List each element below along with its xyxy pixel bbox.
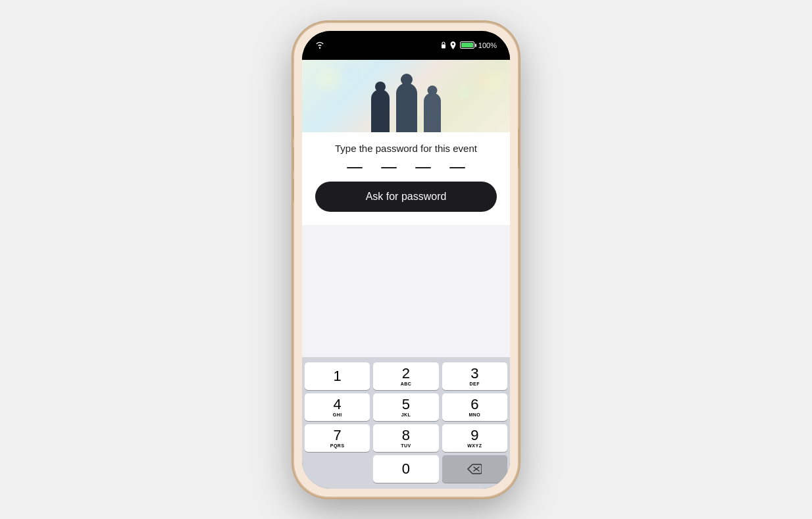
key-3[interactable]: 3 DEF bbox=[442, 362, 507, 390]
password-dash-4 bbox=[449, 167, 465, 168]
key-5[interactable]: 5 JKL bbox=[373, 393, 438, 421]
key-empty bbox=[305, 455, 370, 483]
svg-rect-0 bbox=[442, 45, 445, 49]
phone-screen: 100% Type the password for this even bbox=[302, 31, 510, 489]
password-section: Type the password for this event Ask for… bbox=[302, 132, 510, 225]
password-dash-3 bbox=[415, 167, 431, 168]
keyboard-row-4: 0 bbox=[305, 455, 507, 483]
keyboard-row-1: 1 2 ABC 3 DEF bbox=[305, 362, 507, 390]
key-6[interactable]: 6 MNO bbox=[442, 393, 507, 421]
password-dash-2 bbox=[381, 167, 397, 168]
person-silhouette-2 bbox=[396, 83, 417, 132]
status-bar: 100% bbox=[302, 31, 510, 60]
phone-device: 100% Type the password for this even bbox=[294, 23, 518, 497]
password-dash-1 bbox=[347, 167, 363, 168]
empty-space bbox=[302, 225, 510, 357]
ask-password-button[interactable]: Ask for password bbox=[315, 182, 497, 212]
status-bar-right: 100% bbox=[441, 41, 497, 49]
silhouette-container bbox=[302, 83, 510, 132]
battery-icon bbox=[460, 41, 474, 49]
key-8[interactable]: 8 TUV bbox=[373, 424, 438, 452]
delete-icon bbox=[467, 464, 482, 474]
event-image bbox=[302, 60, 510, 132]
password-title: Type the password for this event bbox=[315, 143, 497, 154]
person-silhouette-3 bbox=[424, 93, 441, 132]
key-9[interactable]: 9 WXYZ bbox=[442, 424, 507, 452]
key-delete[interactable] bbox=[442, 455, 507, 483]
person-silhouette-1 bbox=[371, 89, 390, 132]
key-4[interactable]: 4 GHI bbox=[305, 393, 370, 421]
screen-content: Type the password for this event Ask for… bbox=[302, 60, 510, 489]
status-bar-left bbox=[315, 41, 324, 49]
dynamic-island bbox=[376, 39, 436, 53]
key-7[interactable]: 7 PQRS bbox=[305, 424, 370, 452]
battery-percent: 100% bbox=[478, 41, 497, 49]
bokeh-2 bbox=[342, 63, 361, 83]
key-1[interactable]: 1 bbox=[305, 362, 370, 390]
keyboard-row-2: 4 GHI 5 JKL 6 MNO bbox=[305, 393, 507, 421]
lock-icon bbox=[441, 41, 446, 49]
key-2[interactable]: 2 ABC bbox=[373, 362, 438, 390]
wifi-icon bbox=[315, 41, 324, 49]
location-icon bbox=[450, 41, 456, 49]
password-input-dashes bbox=[315, 167, 497, 168]
keyboard-row-3: 7 PQRS 8 TUV 9 WXYZ bbox=[305, 424, 507, 452]
numeric-keyboard: 1 2 ABC 3 DEF 4 GHI bbox=[302, 357, 510, 489]
key-0[interactable]: 0 bbox=[373, 455, 438, 483]
